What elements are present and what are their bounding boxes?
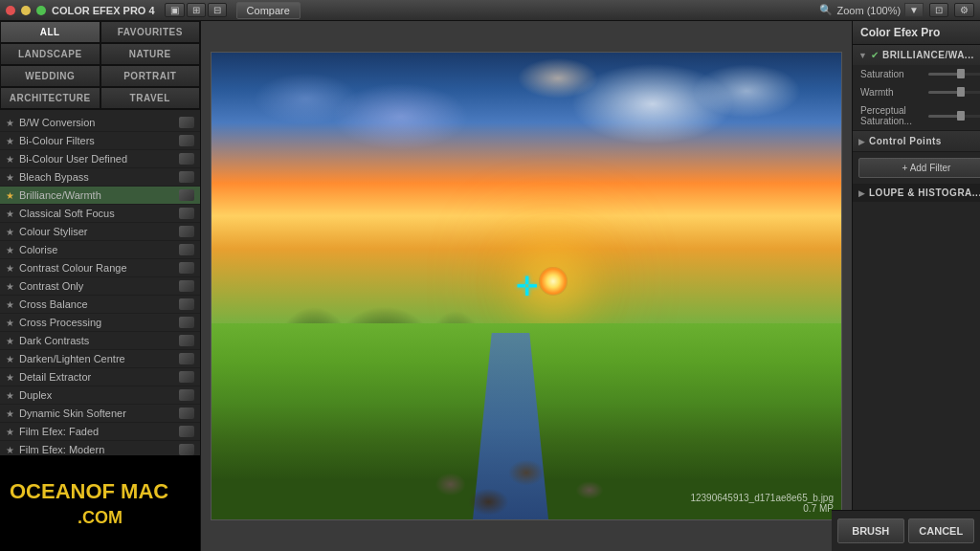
add-filter-area: + Add Filter bbox=[853, 152, 980, 184]
filter-name: Film Efex: Modern bbox=[19, 444, 179, 455]
tab-wedding[interactable]: WEDDING bbox=[0, 65, 100, 87]
filter-preview bbox=[179, 426, 194, 437]
star-icon[interactable]: ★ bbox=[6, 281, 14, 292]
star-icon[interactable]: ★ bbox=[6, 263, 14, 274]
brush-button[interactable]: BRUSH bbox=[837, 518, 904, 543]
view-single-btn[interactable]: ▣ bbox=[165, 3, 185, 17]
filter-item[interactable]: ★Cross Balance bbox=[0, 296, 200, 314]
control-points-header[interactable]: ▶ Control Points bbox=[853, 131, 980, 151]
image-container[interactable]: ✛ 12390645913_d171ae8e65_b.jpg 0.7 MP bbox=[201, 21, 852, 551]
filter-item[interactable]: ★Film Efex: Modern bbox=[0, 441, 200, 455]
perceptual-row: Perceptual Saturation... bbox=[853, 101, 980, 130]
filter-name: Cross Balance bbox=[19, 298, 179, 310]
photo-filename: 12390645913_d171ae8e65_b.jpg bbox=[690, 493, 834, 503]
settings-btn[interactable]: ⚙ bbox=[954, 3, 974, 17]
star-icon[interactable]: ★ bbox=[6, 354, 14, 364]
saturation-thumb bbox=[957, 69, 965, 78]
saturation-label: Saturation bbox=[860, 69, 924, 79]
filter-item[interactable]: ★Bi-Colour User Defined bbox=[0, 150, 200, 168]
photo-resolution: 0.7 MP bbox=[690, 503, 834, 514]
star-icon[interactable]: ★ bbox=[6, 154, 14, 165]
star-icon[interactable]: ★ bbox=[6, 408, 14, 419]
star-icon[interactable]: ★ bbox=[6, 427, 14, 437]
filter-item[interactable]: ★Bleach Bypass bbox=[0, 168, 200, 187]
star-icon[interactable]: ★ bbox=[6, 299, 14, 310]
saturation-slider[interactable] bbox=[928, 73, 980, 76]
tab-favourites[interactable]: FAVOURITES bbox=[100, 21, 201, 43]
filter-item[interactable]: ★Darken/Lighten Centre bbox=[0, 350, 200, 368]
filter-item[interactable]: ★Film Efex: Faded bbox=[0, 423, 200, 441]
star-icon[interactable]: ★ bbox=[6, 227, 14, 237]
filter-item[interactable]: ★Duplex bbox=[0, 386, 200, 405]
filter-preview bbox=[179, 280, 194, 292]
loupe-arrow-icon: ▶ bbox=[858, 188, 865, 198]
filter-item[interactable]: ★Contrast Only bbox=[0, 277, 200, 296]
brilliance-section: ▼ ✔ BRILLIANCE/WA... Saturation Warmth P… bbox=[853, 45, 980, 131]
filter-item[interactable]: ★Colorise bbox=[0, 241, 200, 259]
tab-travel[interactable]: TRAVEL bbox=[100, 87, 201, 109]
fit-btn[interactable]: ⊡ bbox=[929, 3, 948, 17]
star-icon[interactable]: ★ bbox=[6, 245, 14, 255]
perceptual-thumb bbox=[957, 111, 965, 121]
filter-item[interactable]: ★Dynamic Skin Softener bbox=[0, 405, 200, 423]
filter-item[interactable]: ★Dark Contrasts bbox=[0, 332, 200, 350]
zoom-dropdown-btn[interactable]: ▼ bbox=[904, 3, 924, 17]
tab-portrait[interactable]: PORTRAIT bbox=[100, 65, 201, 87]
brilliance-section-header[interactable]: ▼ ✔ BRILLIANCE/WA... bbox=[853, 45, 980, 65]
filter-item[interactable]: ★Detail Extractor bbox=[0, 368, 200, 386]
tab-nature[interactable]: NATURE bbox=[100, 43, 201, 65]
filter-item[interactable]: ★Classical Soft Focus bbox=[0, 205, 200, 223]
filter-item[interactable]: ★Cross Processing bbox=[0, 314, 200, 332]
cancel-button[interactable]: CANCEL bbox=[908, 518, 975, 543]
star-icon[interactable]: ★ bbox=[6, 372, 14, 383]
main-area: ALL FAVOURITES LANDSCAPE NATURE WEDDING … bbox=[0, 21, 980, 551]
cp-arrow-icon: ▶ bbox=[858, 137, 865, 146]
filter-name: Darken/Lighten Centre bbox=[19, 353, 179, 364]
right-panel-header: Color Efex Pro bbox=[853, 21, 980, 45]
filter-name: B/W Conversion bbox=[19, 117, 179, 128]
star-icon[interactable]: ★ bbox=[6, 318, 14, 328]
saturation-row: Saturation bbox=[853, 65, 980, 83]
right-panel: Color Efex Pro ▼ ✔ BRILLIANCE/WA... Satu… bbox=[852, 21, 980, 551]
star-icon[interactable]: ★ bbox=[6, 209, 14, 219]
photo-background bbox=[212, 53, 841, 519]
filter-preview bbox=[179, 153, 194, 165]
star-icon[interactable]: ★ bbox=[6, 136, 14, 146]
star-icon[interactable]: ★ bbox=[6, 118, 14, 128]
star-icon[interactable]: ★ bbox=[6, 390, 14, 401]
filter-preview bbox=[179, 171, 194, 183]
tab-landscape[interactable]: LANDSCAPE bbox=[0, 43, 100, 65]
warmth-slider[interactable] bbox=[928, 91, 980, 94]
filter-name: Contrast Only bbox=[19, 280, 179, 292]
filter-item[interactable]: ★Brilliance/Warmth bbox=[0, 187, 200, 205]
zoom-control: 🔍 Zoom (100%) ▼ bbox=[819, 3, 924, 17]
photo-rocks bbox=[400, 403, 652, 519]
filter-preview bbox=[179, 226, 194, 237]
filter-preview bbox=[179, 389, 194, 401]
control-points-title: Control Points bbox=[869, 136, 980, 146]
filter-preview bbox=[179, 135, 194, 146]
maximize-window-btn[interactable] bbox=[36, 6, 46, 15]
filter-item[interactable]: ★B/W Conversion bbox=[0, 114, 200, 132]
view-multi-btn[interactable]: ⊟ bbox=[208, 3, 227, 17]
filter-item[interactable]: ★Bi-Colour Filters bbox=[0, 132, 200, 150]
loupe-header[interactable]: ▶ LOUPE & HISTOGRA... bbox=[858, 187, 980, 198]
star-icon[interactable]: ★ bbox=[6, 172, 14, 183]
add-filter-button[interactable]: + Add Filter bbox=[858, 158, 980, 178]
watermark-ofmac: OF MAC bbox=[85, 479, 168, 503]
filter-item[interactable]: ★Contrast Colour Range bbox=[0, 259, 200, 277]
tab-all[interactable]: ALL bbox=[0, 21, 100, 43]
brilliance-section-title: BRILLIANCE/WA... bbox=[882, 50, 980, 60]
watermark-line1: OCEANOF MAC bbox=[10, 479, 190, 504]
tab-architecture[interactable]: ARCHITECTURE bbox=[0, 87, 100, 109]
view-split-btn[interactable]: ⊞ bbox=[187, 3, 206, 17]
filter-preview bbox=[179, 353, 194, 364]
close-window-btn[interactable] bbox=[6, 6, 15, 15]
star-icon[interactable]: ★ bbox=[6, 336, 14, 346]
minimize-window-btn[interactable] bbox=[21, 6, 31, 15]
star-icon[interactable]: ★ bbox=[6, 190, 14, 201]
filter-item[interactable]: ★Colour Styliser bbox=[0, 223, 200, 241]
compare-button[interactable]: Compare bbox=[236, 2, 301, 19]
perceptual-slider[interactable] bbox=[928, 115, 980, 118]
star-icon[interactable]: ★ bbox=[6, 445, 14, 455]
